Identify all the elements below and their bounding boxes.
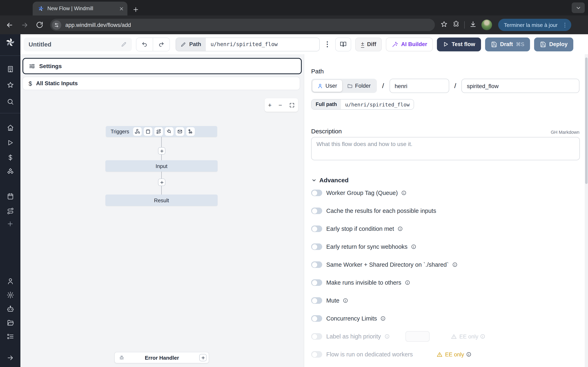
browser-tab[interactable]: New Flow | Windmill <box>33 2 127 16</box>
sidebar-account-button[interactable] <box>3 275 17 287</box>
test-flow-button[interactable]: Test flow <box>437 37 481 51</box>
insert-step-button[interactable] <box>158 179 165 186</box>
info-icon[interactable] <box>452 262 458 267</box>
more-menu-button[interactable]: ⋮ <box>324 40 331 49</box>
sidebar-home-button[interactable] <box>3 122 17 133</box>
toggle-switch[interactable] <box>311 315 322 322</box>
toggle-switch[interactable] <box>311 208 322 214</box>
info-icon[interactable] <box>466 351 471 357</box>
edit-pencil-icon[interactable] <box>121 41 127 47</box>
schedule-trigger-button[interactable] <box>144 127 153 136</box>
insert-step-button[interactable] <box>158 147 165 155</box>
toggle-switch[interactable] <box>311 190 322 196</box>
deploy-button[interactable]: Deploy <box>534 37 573 51</box>
url-bar[interactable]: app.windmill.dev/flows/add <box>50 19 435 31</box>
info-icon[interactable] <box>384 334 390 339</box>
trigger-icons <box>133 127 195 136</box>
toggle-switch[interactable] <box>311 333 322 340</box>
draft-button[interactable]: Draft ⌘S <box>485 37 530 51</box>
toggle-switch[interactable] <box>311 243 322 250</box>
websocket-trigger-button[interactable] <box>165 127 174 136</box>
owner-user-option[interactable]: User <box>312 80 342 92</box>
sidebar-favorites-button[interactable] <box>3 79 17 91</box>
flow-name-box[interactable]: Untitled <box>24 37 132 51</box>
diff-button[interactable]: ± Diff <box>355 37 382 51</box>
sidebar-resources-button[interactable] <box>3 166 17 177</box>
redo-button[interactable] <box>153 37 170 51</box>
sidebar-workspace-button[interactable] <box>3 63 17 75</box>
dollar-icon: $ <box>29 80 32 87</box>
robot-icon <box>6 305 14 313</box>
extensions-button[interactable] <box>452 20 460 29</box>
info-icon[interactable] <box>380 316 386 321</box>
downloads-button[interactable] <box>469 20 477 30</box>
scrollbar-thumb[interactable] <box>585 58 588 184</box>
sidebar-search-button[interactable] <box>3 96 17 107</box>
toggle-switch[interactable] <box>311 279 322 286</box>
info-icon[interactable] <box>405 280 410 285</box>
priority-value-input[interactable] <box>406 331 430 342</box>
route-trigger-button[interactable] <box>155 127 163 136</box>
ai-builder-button[interactable]: AI Builder <box>386 37 433 51</box>
site-settings-icon[interactable] <box>52 20 61 30</box>
webhook-trigger-button[interactable] <box>133 127 142 136</box>
zoom-out-button[interactable]: − <box>278 102 282 108</box>
add-error-handler-button[interactable] <box>199 354 207 361</box>
owner-input[interactable] <box>389 79 449 93</box>
info-icon[interactable] <box>343 298 348 303</box>
toggle-switch[interactable] <box>311 351 322 358</box>
flow-path-name-input[interactable] <box>462 79 580 93</box>
sidebar-variables-button[interactable] <box>3 152 17 163</box>
sidebar-workers-button[interactable] <box>3 303 17 314</box>
tab-close-button[interactable] <box>119 6 124 11</box>
toggle-switch[interactable] <box>311 297 322 304</box>
new-tab-button[interactable] <box>132 6 139 13</box>
path-separator: / <box>382 82 384 90</box>
email-trigger-button[interactable] <box>176 127 184 136</box>
sidebar-schedules-button[interactable] <box>3 191 17 202</box>
toggle-switch[interactable] <box>311 225 322 232</box>
input-node[interactable]: Input <box>105 160 218 172</box>
toggle-switch[interactable] <box>311 261 322 268</box>
back-button[interactable] <box>3 19 16 31</box>
fit-view-button[interactable] <box>289 102 295 108</box>
sidebar-runs-button[interactable] <box>3 137 17 149</box>
browser-menu-icon[interactable]: ⋮ <box>562 22 568 28</box>
home-icon <box>6 124 14 132</box>
result-node[interactable]: Result <box>105 194 218 206</box>
sidebar-add-button[interactable] <box>3 218 17 230</box>
sidebar-logs-button[interactable] <box>3 331 17 342</box>
tab-search-button[interactable] <box>572 2 585 13</box>
zoom-in-button[interactable]: + <box>268 102 272 108</box>
error-handler-node[interactable]: Error Handler <box>114 352 209 363</box>
all-static-inputs-button[interactable]: $ All Static Inputs <box>22 77 300 90</box>
bookmark-button[interactable] <box>440 20 448 30</box>
windmill-logo[interactable] <box>3 37 17 48</box>
docs-button[interactable] <box>335 37 351 51</box>
sidebar-settings-button[interactable] <box>3 289 17 300</box>
toggle-row-mute: Mute <box>311 295 579 306</box>
sidebar-folders-button[interactable] <box>3 317 17 328</box>
info-icon[interactable] <box>397 226 403 232</box>
flow-canvas[interactable]: Settings $ All Static Inputs + − Trigger… <box>20 54 304 367</box>
browser-update-button[interactable]: Terminer la mise à jour ⋮ <box>498 19 571 31</box>
triggers-node[interactable]: Triggers <box>106 126 217 137</box>
info-icon[interactable] <box>480 334 486 339</box>
sidebar-expand-button[interactable] <box>3 352 17 363</box>
info-icon[interactable] <box>411 244 416 250</box>
panel-scrollbar[interactable] <box>585 54 588 367</box>
toggle-row-early-return: Early return for sync webhooks <box>311 241 579 252</box>
owner-folder-option[interactable]: Folder <box>342 80 376 92</box>
forward-button[interactable] <box>18 19 31 31</box>
poll-trigger-button[interactable] <box>186 127 195 136</box>
settings-panel-button[interactable]: Settings <box>22 58 302 74</box>
reload-button[interactable] <box>34 19 46 31</box>
description-textarea[interactable] <box>311 137 580 160</box>
advanced-section-header[interactable]: Advanced <box>311 176 579 184</box>
avatar[interactable] <box>481 20 492 30</box>
path-input[interactable] <box>206 38 319 51</box>
path-badge-label-wrap[interactable]: Path <box>176 38 206 51</box>
info-icon[interactable] <box>401 190 407 196</box>
sidebar-flows-button[interactable] <box>3 205 17 217</box>
undo-button[interactable] <box>136 37 153 51</box>
